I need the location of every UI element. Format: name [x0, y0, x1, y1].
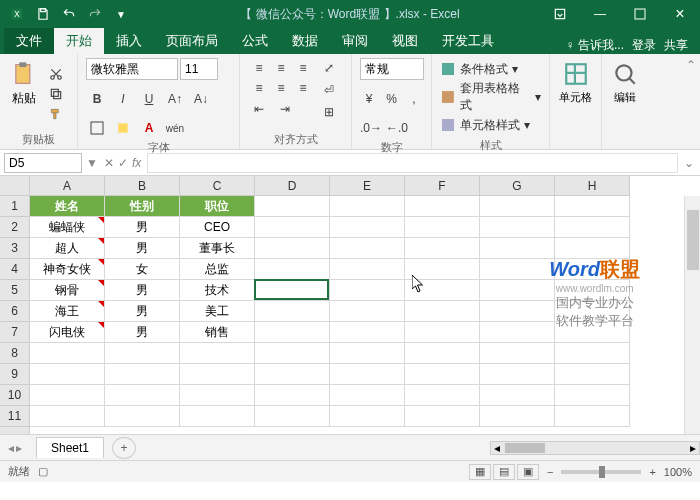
- col-header[interactable]: E: [330, 176, 405, 195]
- cell[interactable]: [255, 406, 330, 427]
- cell[interactable]: [405, 385, 480, 406]
- cell[interactable]: [555, 196, 630, 217]
- cell[interactable]: [330, 217, 405, 238]
- cell[interactable]: 超人: [30, 238, 105, 259]
- new-sheet-button[interactable]: +: [112, 437, 136, 459]
- increase-font-button[interactable]: A↑: [164, 89, 186, 109]
- cell[interactable]: [555, 322, 630, 343]
- formula-input[interactable]: [147, 153, 678, 173]
- border-button[interactable]: [86, 118, 108, 138]
- cell[interactable]: 美工: [180, 301, 255, 322]
- cell[interactable]: [480, 364, 555, 385]
- col-header[interactable]: C: [180, 176, 255, 195]
- cell[interactable]: 总监: [180, 259, 255, 280]
- orientation-icon[interactable]: ⤢: [318, 58, 340, 78]
- align-left-icon[interactable]: ≡: [248, 78, 270, 98]
- row-header[interactable]: 8: [0, 343, 29, 364]
- row-header[interactable]: 6: [0, 301, 29, 322]
- col-header[interactable]: B: [105, 176, 180, 195]
- cell[interactable]: [330, 196, 405, 217]
- row-header[interactable]: 1: [0, 196, 29, 217]
- cell[interactable]: 技术: [180, 280, 255, 301]
- cell[interactable]: 神奇女侠: [30, 259, 105, 280]
- cell[interactable]: [180, 364, 255, 385]
- share-button[interactable]: 共享: [664, 37, 688, 54]
- cell[interactable]: [555, 280, 630, 301]
- cell[interactable]: [330, 364, 405, 385]
- cut-icon[interactable]: [46, 65, 66, 83]
- cell[interactable]: [480, 322, 555, 343]
- expand-formula-icon[interactable]: ⌄: [678, 156, 700, 170]
- cell[interactable]: [480, 280, 555, 301]
- zoom-out-icon[interactable]: −: [547, 466, 553, 478]
- wrap-text-icon[interactable]: ⏎: [318, 80, 340, 100]
- cell[interactable]: 男: [105, 217, 180, 238]
- font-name-combo[interactable]: 微软雅黑: [86, 58, 178, 80]
- cell[interactable]: [555, 301, 630, 322]
- cell[interactable]: [555, 406, 630, 427]
- cell[interactable]: [405, 196, 480, 217]
- cell[interactable]: [330, 238, 405, 259]
- cell[interactable]: [405, 301, 480, 322]
- cell[interactable]: [255, 238, 330, 259]
- editing-icon[interactable]: [609, 58, 641, 90]
- cell[interactable]: [480, 406, 555, 427]
- cell[interactable]: 闪电侠: [30, 322, 105, 343]
- cell[interactable]: [180, 406, 255, 427]
- italic-button[interactable]: I: [112, 89, 134, 109]
- redo-icon[interactable]: [86, 5, 104, 23]
- save-icon[interactable]: [34, 5, 52, 23]
- cell[interactable]: [255, 385, 330, 406]
- signin[interactable]: 登录: [632, 37, 656, 54]
- zoom-slider[interactable]: [561, 470, 641, 474]
- align-bottom-icon[interactable]: ≡: [292, 58, 314, 78]
- page-break-view-icon[interactable]: ▣: [517, 464, 539, 480]
- underline-button[interactable]: U: [138, 89, 160, 109]
- percent-icon[interactable]: %: [382, 89, 400, 109]
- tab-data[interactable]: 数据: [280, 28, 330, 54]
- cell[interactable]: 钢骨: [30, 280, 105, 301]
- cell[interactable]: [480, 301, 555, 322]
- cell[interactable]: [330, 301, 405, 322]
- cell[interactable]: [180, 343, 255, 364]
- align-center-icon[interactable]: ≡: [270, 78, 292, 98]
- cell[interactable]: CEO: [180, 217, 255, 238]
- horizontal-scrollbar[interactable]: ◂▸: [490, 441, 700, 455]
- col-header[interactable]: G: [480, 176, 555, 195]
- cell[interactable]: [405, 238, 480, 259]
- number-format-combo[interactable]: 常规: [360, 58, 424, 80]
- col-header[interactable]: F: [405, 176, 480, 195]
- decrease-font-button[interactable]: A↓: [190, 89, 212, 109]
- cell[interactable]: 蝙蝠侠: [30, 217, 105, 238]
- cell[interactable]: [30, 343, 105, 364]
- increase-decimal-icon[interactable]: .0→: [360, 118, 382, 138]
- cell[interactable]: [330, 343, 405, 364]
- cell[interactable]: 男: [105, 280, 180, 301]
- name-box[interactable]: D5: [4, 153, 82, 173]
- cell[interactable]: [405, 322, 480, 343]
- cell[interactable]: [405, 217, 480, 238]
- tab-file[interactable]: 文件: [4, 28, 54, 54]
- ribbon-options-icon[interactable]: [540, 0, 580, 28]
- cells-icon[interactable]: [560, 58, 592, 90]
- cell[interactable]: [30, 406, 105, 427]
- font-color-button[interactable]: A: [138, 118, 160, 138]
- cell[interactable]: [105, 364, 180, 385]
- decrease-decimal-icon[interactable]: ←.0: [386, 118, 408, 138]
- bold-button[interactable]: B: [86, 89, 108, 109]
- align-middle-icon[interactable]: ≡: [270, 58, 292, 78]
- cell[interactable]: [480, 385, 555, 406]
- cell[interactable]: [255, 343, 330, 364]
- collapse-ribbon-icon[interactable]: ⌃: [682, 54, 700, 149]
- cell[interactable]: 男: [105, 301, 180, 322]
- tab-home[interactable]: 开始: [54, 28, 104, 54]
- row-header[interactable]: 2: [0, 217, 29, 238]
- row-header[interactable]: 3: [0, 238, 29, 259]
- cell[interactable]: [480, 238, 555, 259]
- sheet-nav-last-icon[interactable]: ▸: [16, 441, 22, 455]
- col-header[interactable]: A: [30, 176, 105, 195]
- merge-center-icon[interactable]: ⊞: [318, 102, 340, 122]
- tell-me[interactable]: ♀ 告诉我...: [566, 37, 624, 54]
- undo-icon[interactable]: [60, 5, 78, 23]
- cell[interactable]: [330, 385, 405, 406]
